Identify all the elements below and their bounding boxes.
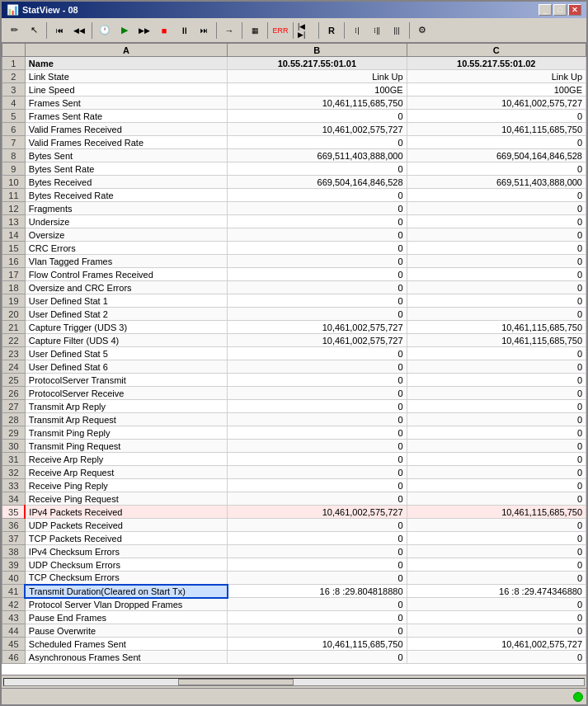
cell-b[interactable]: 16 :8 :29.804818880 [228, 585, 407, 598]
chart-button[interactable]: ▦ [246, 21, 264, 40]
cell-c[interactable]: 0 [407, 400, 586, 413]
cell-b[interactable]: 0 [228, 532, 407, 545]
cell-a[interactable]: Frames Sent [25, 96, 227, 110]
table-row[interactable]: 9Bytes Sent Rate00 [2, 162, 586, 176]
cell-b[interactable]: 0 [228, 453, 407, 466]
cell-a[interactable]: Undersize [25, 215, 227, 228]
cell-b[interactable]: 0 [228, 294, 407, 308]
cell-b[interactable]: 0 [228, 598, 407, 611]
cell-c[interactable]: 10,461,002,575,727 [407, 96, 586, 110]
cell-a[interactable]: Link State [25, 70, 227, 83]
table-row[interactable]: 17Flow Control Frames Received00 [2, 268, 586, 281]
table-row[interactable]: 44Pause Overwrite00 [2, 624, 586, 638]
cell-b[interactable]: 0 [228, 466, 407, 479]
ff-button[interactable]: ▶▶ [135, 21, 153, 40]
table-row[interactable]: 27Transmit Arp Reply00 [2, 400, 586, 413]
cell-c[interactable]: 10,461,115,685,750 [407, 334, 586, 347]
cell-c[interactable]: 0 [407, 374, 586, 387]
table-row[interactable]: 10Bytes Received669,504,164,846,528669,5… [2, 176, 586, 189]
cell-c[interactable]: Link Up [407, 70, 586, 83]
table-wrapper[interactable]: A B C 1Name10.55.217.55:01.0110.55.217.5… [2, 43, 586, 675]
maximize-button[interactable]: □ [553, 4, 567, 16]
cell-a[interactable]: Protocol Server Vlan Dropped Frames [25, 598, 227, 611]
h-scroll-thumb[interactable] [178, 679, 294, 685]
cell-b[interactable]: 10,461,115,685,750 [228, 96, 407, 110]
cell-a[interactable]: Frames Sent Rate [25, 110, 227, 123]
cell-a[interactable]: Bytes Sent [25, 149, 227, 162]
table-row[interactable]: 36UDP Packets Received00 [2, 519, 586, 532]
arrow-button[interactable]: → [220, 21, 238, 40]
cell-a[interactable]: Line Speed [25, 83, 227, 96]
cell-c[interactable]: 0 [407, 136, 586, 149]
cell-a[interactable]: Transmit Arp Request [25, 413, 227, 426]
cell-b[interactable]: 0 [228, 440, 407, 453]
cell-a[interactable]: Oversize [25, 228, 227, 242]
table-row[interactable]: 39UDP Checksum Errors00 [2, 558, 586, 572]
cell-b[interactable]: 0 [228, 492, 407, 506]
cell-b[interactable]: 669,511,403,888,000 [228, 149, 407, 162]
table-row[interactable]: 26ProtocolServer Receive00 [2, 387, 586, 400]
cell-c[interactable]: 0 [407, 189, 586, 202]
table-row[interactable]: 19User Defined Stat 100 [2, 294, 586, 308]
cell-a[interactable]: UDP Checksum Errors [25, 558, 227, 572]
cell-c[interactable]: 0 [407, 360, 586, 374]
cell-a[interactable]: Name [25, 57, 227, 70]
cell-a[interactable]: TCP Checksum Errors [25, 572, 227, 585]
cell-a[interactable]: Fragments [25, 202, 227, 215]
cell-a[interactable]: UDP Packets Received [25, 519, 227, 532]
cell-b[interactable]: 0 [228, 572, 407, 585]
cell-a[interactable]: Valid Frames Received [25, 123, 227, 136]
pause-button[interactable]: ⏸ [175, 21, 193, 40]
cell-b[interactable]: 0 [228, 558, 407, 572]
table-row[interactable]: 4Frames Sent10,461,115,685,75010,461,002… [2, 96, 586, 110]
cell-c[interactable]: 0 [407, 426, 586, 440]
table-row[interactable]: 34Receive Ping Request00 [2, 492, 586, 506]
cell-b[interactable]: 0 [228, 281, 407, 294]
cell-c[interactable]: 0 [407, 453, 586, 466]
cell-b[interactable]: 0 [228, 374, 407, 387]
cell-c[interactable]: 0 [407, 413, 586, 426]
cell-c[interactable]: 0 [407, 440, 586, 453]
cell-a[interactable]: Flow Control Frames Received [25, 268, 227, 281]
cell-b[interactable]: 0 [228, 255, 407, 268]
table-row[interactable]: 24User Defined Stat 600 [2, 360, 586, 374]
table-row[interactable]: 8Bytes Sent669,511,403,888,000669,504,16… [2, 149, 586, 162]
cell-a[interactable]: Receive Arp Request [25, 466, 227, 479]
table-row[interactable]: 12Fragments00 [2, 202, 586, 215]
table-row[interactable]: 13Undersize00 [2, 215, 586, 228]
cell-b[interactable]: 10,461,002,575,727 [228, 321, 407, 334]
cell-b[interactable]: 10,461,002,575,727 [228, 334, 407, 347]
cell-c[interactable]: 0 [407, 162, 586, 176]
table-row[interactable]: 40TCP Checksum Errors00 [2, 572, 586, 585]
stop-button[interactable]: ■ [155, 21, 173, 40]
cell-a[interactable]: ProtocolServer Receive [25, 387, 227, 400]
skip-back-button[interactable]: ⏮ [50, 21, 68, 40]
settings-button[interactable]: ⚙ [413, 21, 431, 40]
table-row[interactable]: 46Asynchronous Frames Sent00 [2, 651, 586, 664]
cell-b[interactable]: 10,461,002,575,727 [228, 123, 407, 136]
cell-b[interactable]: 0 [228, 651, 407, 664]
cell-c[interactable]: 0 [407, 308, 586, 321]
step-button[interactable]: ⏭ [195, 21, 213, 40]
stats1-button[interactable]: ⁞| [348, 21, 366, 40]
cell-b[interactable]: 0 [228, 413, 407, 426]
cell-b[interactable]: 0 [228, 136, 407, 149]
cell-c[interactable]: 0 [407, 242, 586, 255]
cell-b[interactable]: 0 [228, 360, 407, 374]
stats2-button[interactable]: ⁞|| [368, 21, 386, 40]
cell-c[interactable]: 100GE [407, 83, 586, 96]
cell-c[interactable]: 0 [407, 624, 586, 638]
cell-c[interactable]: 10,461,115,685,750 [407, 506, 586, 519]
skip-end-button[interactable]: |◀ ▶| [297, 21, 315, 40]
table-row[interactable]: 22Capture Filter (UDS 4)10,461,002,575,7… [2, 334, 586, 347]
table-row[interactable]: 11Bytes Received Rate00 [2, 189, 586, 202]
cell-b[interactable]: 0 [228, 268, 407, 281]
table-row[interactable]: 37TCP Packets Received00 [2, 532, 586, 545]
cell-b[interactable]: 0 [228, 479, 407, 492]
cell-a[interactable]: CRC Errors [25, 242, 227, 255]
table-row[interactable]: 42Protocol Server Vlan Dropped Frames00 [2, 598, 586, 611]
cell-a[interactable]: Transmit Arp Reply [25, 400, 227, 413]
cell-a[interactable]: Asynchronous Frames Sent [25, 651, 227, 664]
cell-c[interactable]: 10,461,115,685,750 [407, 123, 586, 136]
table-row[interactable]: 2Link StateLink UpLink Up [2, 70, 586, 83]
